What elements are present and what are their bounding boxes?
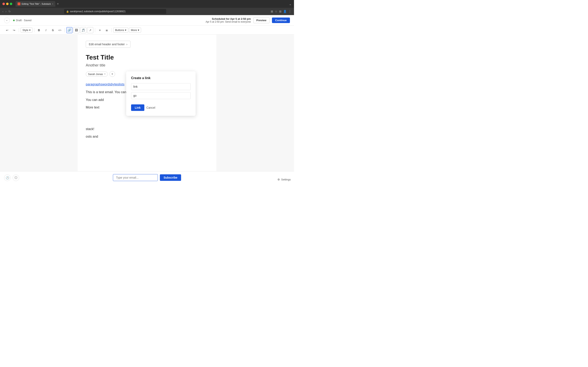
modal-actions: Link Cancel xyxy=(131,104,191,111)
back-nav-btn[interactable]: ‹ xyxy=(2,10,3,13)
modal-link-btn[interactable]: Link xyxy=(131,104,144,111)
lock-icon: 🔒 xyxy=(66,10,69,13)
cast-icon[interactable]: ⊠ xyxy=(271,10,273,13)
modal-cancel-btn[interactable]: Cancel xyxy=(146,106,155,109)
style-label: Style xyxy=(22,29,28,32)
url-text: sarahjonas1.substack.com/publish/post/11… xyxy=(70,10,126,13)
forward-nav-btn[interactable]: › xyxy=(6,10,7,13)
subscribe-btn[interactable]: Subscribe xyxy=(160,174,181,181)
ordered-list-btn[interactable]: ≣ xyxy=(104,27,110,33)
toolbar-divider-5 xyxy=(112,28,112,32)
bullet-list-btn[interactable]: ≡ xyxy=(97,27,103,33)
bottom-left-btns: 🕐 ⓘ xyxy=(4,175,19,181)
image-btn[interactable]: 🖼 xyxy=(73,27,79,33)
maximize-traffic-light[interactable] xyxy=(10,3,12,5)
more-dropdown[interactable]: More ▾ xyxy=(129,27,141,33)
close-traffic-light[interactable] xyxy=(2,3,5,5)
app-header: ← Draft · Saved Scheduled for Apr 5 at 2… xyxy=(0,15,294,26)
header-right: Scheduled for Apr 5 at 2:50 pm Apr 5 at … xyxy=(206,17,290,23)
more-options-icon[interactable]: ⋮ xyxy=(288,9,292,13)
back-to-posts-btn[interactable]: ← xyxy=(4,17,10,23)
toolbar-divider-1 xyxy=(19,28,19,32)
back-arrow-icon: ← xyxy=(6,19,8,22)
edit-header-chevron-icon: › xyxy=(126,43,127,46)
toolbar-divider-4 xyxy=(95,28,95,32)
content-partial1: stack! xyxy=(86,126,208,132)
preview-btn[interactable]: Preview xyxy=(253,17,269,23)
bottom-bar: 🕐 ⓘ Subscribe ⚙ Settings xyxy=(0,171,294,184)
substack-favicon xyxy=(17,2,20,5)
subscribe-email-input[interactable] xyxy=(113,174,158,181)
continue-btn[interactable]: Continue xyxy=(272,17,290,23)
edit-header-label: Edit email header and footer xyxy=(89,43,125,46)
style-dropdown[interactable]: Style ▾ xyxy=(21,27,33,33)
schedule-info: Scheduled for Apr 5 at 2:50 pm Apr 5 at … xyxy=(206,17,251,23)
settings-btn[interactable]: ⚙ Settings xyxy=(277,178,291,181)
address-bar: ‹ › ↻ 🔒 sarahjonas1.substack.com/publish… xyxy=(0,8,294,15)
profile-icon[interactable]: 👤 xyxy=(283,10,287,13)
italic-btn[interactable]: I xyxy=(43,27,49,33)
settings-label: Settings xyxy=(281,178,291,181)
audio-btn[interactable]: 🎵 xyxy=(80,27,86,33)
tab-close-btn[interactable]: × xyxy=(52,3,53,5)
author-name: Sarah Jonas xyxy=(88,73,103,76)
style-chevron-icon: ▾ xyxy=(29,29,31,32)
draft-status-text: Draft · Saved xyxy=(16,19,31,22)
edit-header-footer-btn[interactable]: Edit email header and footer › xyxy=(86,41,130,48)
author-tag-sarah: Sarah Jonas × xyxy=(86,72,108,77)
toolbar-divider-2 xyxy=(34,28,34,32)
link-btn[interactable]: 🔗 xyxy=(66,27,72,33)
bookmark-icon[interactable]: ☆ xyxy=(275,10,277,13)
layout-icon[interactable]: ⊞ xyxy=(279,10,282,13)
more-label: More xyxy=(131,29,137,32)
browser-chrome: Editing "Test Title" - Substack × + ⌄ xyxy=(0,0,294,8)
create-link-modal: Create a link Link Cancel xyxy=(126,71,196,116)
reload-btn[interactable]: ↻ xyxy=(8,10,11,13)
main-area: Edit email header and footer › Test Titl… xyxy=(0,35,294,184)
buttons-chevron-icon: ▾ xyxy=(125,29,126,32)
status-dot xyxy=(13,20,15,21)
strikethrough-btn[interactable]: S xyxy=(50,27,56,33)
code-btn[interactable]: </> xyxy=(57,27,63,33)
remove-author-btn[interactable]: × xyxy=(104,73,105,75)
browser-actions: ⊠ ☆ ⊞ 👤 ⋮ xyxy=(271,9,292,13)
history-btn[interactable]: 🕐 xyxy=(4,175,11,181)
tab-bar: Editing "Test Title" - Substack × + xyxy=(16,1,287,7)
bold-btn[interactable]: B xyxy=(36,27,42,33)
redo-btn[interactable]: ↪ xyxy=(11,27,17,33)
link-url-input[interactable] xyxy=(131,92,191,99)
embed-btn[interactable]: ↗ xyxy=(87,27,93,33)
more-chevron-icon: ▾ xyxy=(138,29,139,32)
editor-toolbar: ↩ ↪ Style ▾ B I S </> 🔗 🖼 🎵 ↗ ≡ ≣ Button… xyxy=(0,26,294,35)
traffic-lights xyxy=(2,3,12,5)
undo-btn[interactable]: ↩ xyxy=(4,27,10,33)
add-author-btn[interactable]: + xyxy=(109,71,115,77)
link-text-input[interactable] xyxy=(131,83,191,90)
buttons-label: Buttons xyxy=(115,29,124,32)
address-input[interactable]: 🔒 sarahjonas1.substack.com/publish/post/… xyxy=(64,9,166,14)
scheduled-line2: Apr 5 at 2:50 pm: Send email to everyone xyxy=(206,20,251,23)
info-btn[interactable]: ⓘ xyxy=(13,175,19,181)
post-title[interactable]: Test Title xyxy=(86,53,208,61)
new-tab-btn[interactable]: + xyxy=(57,2,59,6)
post-subtitle[interactable]: Another title xyxy=(86,63,208,67)
buttons-dropdown[interactable]: Buttons ▾ xyxy=(113,27,128,33)
active-tab[interactable]: Editing "Test Title" - Substack × xyxy=(16,1,55,7)
content-link[interactable]: paragraphswordsbyteslists xyxy=(86,83,124,86)
modal-title: Create a link xyxy=(131,76,191,80)
window-controls: ⌄ xyxy=(289,2,292,6)
gear-icon: ⚙ xyxy=(277,178,280,181)
content-partial2: osts and xyxy=(86,134,208,139)
draft-status: Draft · Saved xyxy=(13,19,31,22)
scheduled-line1: Scheduled for Apr 5 at 2:50 pm xyxy=(206,17,251,20)
tab-title: Editing "Test Title" - Substack xyxy=(22,3,51,5)
minimize-traffic-light[interactable] xyxy=(6,3,9,5)
